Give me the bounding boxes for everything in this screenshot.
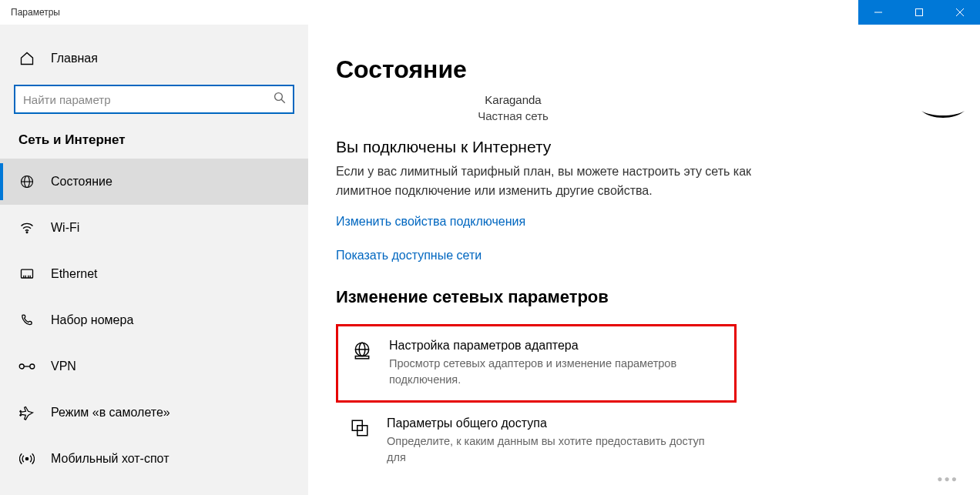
home-icon bbox=[18, 51, 35, 66]
page-title: Состояние bbox=[336, 55, 949, 84]
network-name-block: Karaganda Частная сеть bbox=[367, 92, 659, 124]
nav-label: Wi-Fi bbox=[51, 221, 79, 235]
nav-label: Набор номера bbox=[51, 313, 133, 327]
connected-heading: Вы подключены к Интернету bbox=[336, 138, 949, 156]
wifi-icon bbox=[18, 220, 35, 236]
svg-point-9 bbox=[26, 232, 28, 233]
svg-line-5 bbox=[281, 99, 285, 103]
minimize-button[interactable] bbox=[858, 0, 899, 25]
svg-point-18 bbox=[25, 457, 28, 460]
maximize-button[interactable] bbox=[899, 0, 940, 25]
nav-status[interactable]: Состояние bbox=[0, 159, 308, 205]
svg-rect-10 bbox=[22, 269, 33, 278]
section-change-settings: Изменение сетевых параметров bbox=[336, 287, 949, 307]
swoosh-mark bbox=[920, 109, 966, 125]
globe-adapter-icon bbox=[352, 340, 374, 363]
nav-dialup[interactable]: Набор номера bbox=[0, 297, 308, 343]
ellipsis-icon: ●●● bbox=[937, 473, 958, 484]
nav-hotspot[interactable]: Мобильный хот-спот bbox=[0, 436, 308, 482]
svg-point-15 bbox=[19, 364, 24, 369]
vpn-icon bbox=[18, 359, 35, 374]
sharing-icon bbox=[350, 418, 371, 441]
connected-blurb: Если у вас лимитный тарифный план, вы мо… bbox=[336, 162, 767, 201]
main-pane: Состояние Karaganda Частная сеть Вы подк… bbox=[308, 25, 980, 495]
sidebar: Главная Сеть и Интернет Состояние Wi-Fi bbox=[0, 25, 308, 495]
titlebar: Параметры bbox=[0, 0, 980, 25]
phone-icon bbox=[18, 313, 35, 328]
search-box[interactable] bbox=[14, 85, 294, 114]
home-nav[interactable]: Главная bbox=[0, 43, 308, 74]
nav-vpn[interactable]: VPN bbox=[0, 343, 308, 390]
svg-rect-1 bbox=[916, 9, 923, 16]
network-name: Karaganda bbox=[367, 92, 659, 108]
nav-list: Состояние Wi-Fi Ethernet Набор номера bbox=[0, 159, 308, 482]
hotspot-icon bbox=[18, 451, 35, 467]
airplane-icon bbox=[18, 405, 35, 420]
svg-point-16 bbox=[30, 364, 35, 369]
category-heading: Сеть и Интернет bbox=[0, 132, 308, 159]
option-desc: Просмотр сетевых адаптеров и изменение п… bbox=[389, 356, 720, 388]
link-change-properties[interactable]: Изменить свойства подключения bbox=[336, 215, 949, 229]
nav-airplane[interactable]: Режим «в самолете» bbox=[0, 390, 308, 436]
nav-label: Состояние bbox=[51, 175, 112, 189]
option-sharing[interactable]: Параметры общего доступа Определите, к к… bbox=[336, 413, 737, 469]
search-input[interactable] bbox=[23, 93, 273, 106]
nav-label: Ethernet bbox=[51, 267, 97, 281]
globe-icon bbox=[18, 174, 35, 189]
nav-label: Режим «в самолете» bbox=[51, 406, 170, 420]
nav-label: VPN bbox=[51, 360, 76, 373]
svg-point-4 bbox=[275, 93, 283, 101]
option-desc: Определите, к каким данным вы хотите пре… bbox=[387, 433, 723, 466]
option-title: Настройка параметров адаптера bbox=[389, 339, 720, 353]
option-title: Параметры общего доступа bbox=[387, 416, 723, 430]
close-button[interactable] bbox=[939, 0, 980, 25]
window-controls bbox=[858, 0, 980, 25]
option-adapter-settings[interactable]: Настройка параметров адаптера Просмотр с… bbox=[336, 324, 737, 403]
window-title: Параметры bbox=[11, 7, 60, 18]
nav-ethernet[interactable]: Ethernet bbox=[0, 251, 308, 297]
search-icon bbox=[273, 91, 287, 108]
network-type: Частная сеть bbox=[367, 108, 659, 124]
nav-label: Мобильный хот-спот bbox=[51, 452, 169, 466]
home-label: Главная bbox=[51, 52, 98, 65]
ethernet-icon bbox=[18, 266, 35, 282]
link-show-networks[interactable]: Показать доступные сети bbox=[336, 249, 949, 263]
svg-rect-22 bbox=[355, 356, 368, 358]
nav-wifi[interactable]: Wi-Fi bbox=[0, 205, 308, 251]
